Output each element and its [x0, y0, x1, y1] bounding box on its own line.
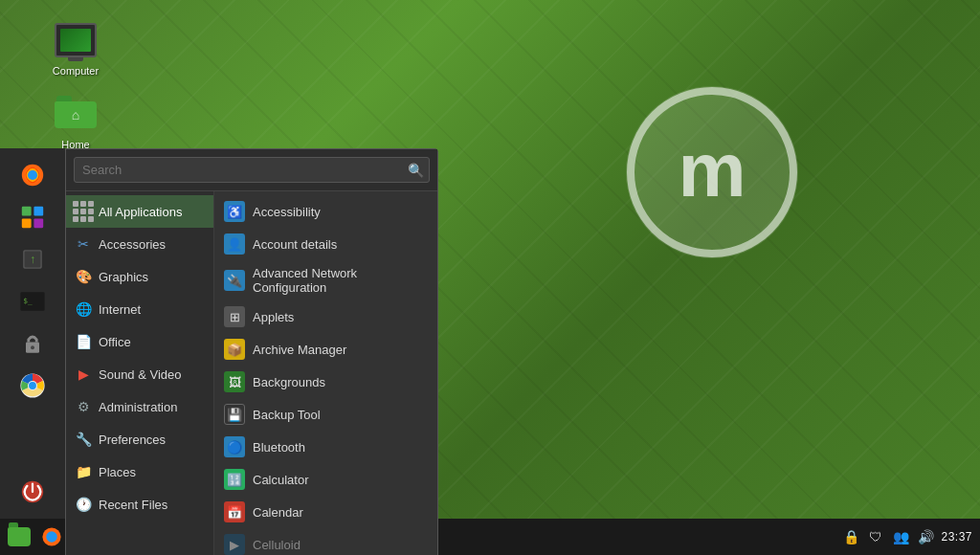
- preferences-icon: 🔧: [74, 430, 93, 449]
- panel-icon-software[interactable]: [13, 198, 52, 236]
- app-backgrounds-label: Backgrounds: [253, 375, 325, 389]
- bluetooth-app-icon: 🔵: [224, 436, 245, 457]
- calculator-app-icon: 🔢: [224, 469, 245, 490]
- accessibility-app-icon: ♿: [224, 201, 245, 222]
- category-administration-label: Administration: [99, 400, 177, 414]
- svg-rect-8: [22, 218, 32, 228]
- svg-text:↑: ↑: [30, 253, 35, 266]
- category-graphics[interactable]: 🎨 Graphics: [66, 260, 213, 293]
- backgrounds-app-icon: 🖼: [224, 371, 245, 392]
- category-all-applications[interactable]: All Applications: [66, 195, 213, 228]
- app-account-details[interactable]: 👤 Account details: [214, 228, 437, 260]
- taskbar-right: 🔒 🛡 👥 🔊 23:37: [834, 527, 980, 546]
- account-details-app-icon: 👤: [224, 233, 245, 255]
- tray-network-icon[interactable]: 🔒: [841, 527, 860, 546]
- category-accessories-label: Accessories: [99, 237, 166, 252]
- accessories-icon: ✂: [74, 234, 93, 254]
- computer-icon-label: Computer: [53, 65, 99, 77]
- category-all-label: All Applications: [99, 205, 182, 219]
- app-account-details-label: Account details: [253, 237, 337, 252]
- calendar-app-icon: 📅: [224, 501, 245, 522]
- taskbar-folder-icon[interactable]: [4, 522, 34, 552]
- category-places-label: Places: [99, 465, 136, 479]
- category-sound-video-label: Sound & Video: [99, 367, 182, 382]
- panel-icon-lock[interactable]: [13, 324, 52, 363]
- app-bluetooth-label: Bluetooth: [253, 440, 305, 455]
- mint-side-panel: ↑ $_: [0, 148, 65, 519]
- app-applets[interactable]: ⊞ Applets: [214, 300, 437, 333]
- category-places[interactable]: 📁 Places: [66, 455, 213, 488]
- desktop-icon-computer[interactable]: Computer: [42, 17, 109, 77]
- applications-panel[interactable]: ♿ Accessibility 👤 Account details 🔌 Adva…: [214, 191, 437, 555]
- app-calculator-label: Calculator: [253, 473, 309, 487]
- category-office-label: Office: [99, 335, 131, 349]
- all-apps-icon: [74, 202, 93, 221]
- applets-app-icon: ⊞: [224, 306, 245, 327]
- celluloid-app-icon: ▶: [224, 534, 245, 555]
- app-backup-tool-label: Backup Tool: [253, 408, 321, 422]
- svg-text:$_: $_: [23, 297, 33, 305]
- administration-icon: ⚙: [74, 397, 93, 416]
- categories-panel: All Applications ✂ Accessories 🎨 Graphic…: [66, 191, 214, 555]
- category-recent-files[interactable]: 🕐 Recent Files: [66, 488, 213, 521]
- category-internet-label: Internet: [99, 302, 141, 317]
- panel-icon-firefox[interactable]: [13, 156, 52, 194]
- app-applets-label: Applets: [253, 310, 294, 324]
- app-calculator[interactable]: 🔢 Calculator: [214, 463, 437, 496]
- svg-text:m: m: [678, 127, 746, 212]
- app-backup-tool[interactable]: 💾 Backup Tool: [214, 398, 437, 431]
- category-internet[interactable]: 🌐 Internet: [66, 293, 213, 325]
- tray-users-icon[interactable]: 👥: [891, 527, 910, 546]
- category-graphics-label: Graphics: [99, 270, 148, 284]
- category-accessories[interactable]: ✂ Accessories: [66, 228, 213, 260]
- desktop-icon-home[interactable]: ⌂ Home: [42, 91, 109, 150]
- app-calendar[interactable]: 📅 Calendar: [214, 496, 437, 528]
- app-backgrounds[interactable]: 🖼 Backgrounds: [214, 366, 437, 398]
- svg-point-5: [28, 170, 37, 180]
- app-celluloid[interactable]: ▶ Celluloid: [214, 528, 437, 555]
- tray-volume-icon[interactable]: 🔊: [916, 527, 935, 546]
- internet-icon: 🌐: [74, 300, 93, 319]
- menu-content: All Applications ✂ Accessories 🎨 Graphic…: [66, 191, 437, 555]
- app-accessibility-label: Accessibility: [253, 205, 321, 219]
- app-archive-manager-label: Archive Manager: [253, 343, 346, 357]
- app-bluetooth[interactable]: 🔵 Bluetooth: [214, 431, 437, 463]
- app-celluloid-label: Celluloid: [253, 538, 301, 552]
- backup-tool-app-icon: 💾: [224, 404, 245, 425]
- panel-icon-terminal[interactable]: $_: [13, 282, 52, 321]
- svg-rect-6: [22, 207, 32, 216]
- svg-rect-7: [33, 207, 43, 216]
- panel-icon-chrome[interactable]: [13, 366, 52, 405]
- recent-files-icon: 🕐: [74, 495, 93, 514]
- sound-video-icon: ▶: [74, 365, 93, 384]
- mint-logo: m: [616, 77, 808, 268]
- places-icon: 📁: [74, 462, 93, 481]
- taskbar-firefox-icon[interactable]: [36, 522, 67, 552]
- app-advanced-network[interactable]: 🔌 Advanced Network Configuration: [214, 260, 437, 300]
- search-container: 🔍: [66, 149, 437, 191]
- search-input[interactable]: [74, 157, 430, 183]
- search-icon[interactable]: 🔍: [408, 163, 424, 178]
- category-administration[interactable]: ⚙ Administration: [66, 390, 213, 423]
- archive-manager-app-icon: 📦: [224, 339, 245, 360]
- office-icon: 📄: [74, 332, 93, 351]
- category-recent-files-label: Recent Files: [99, 498, 167, 512]
- panel-icon-power[interactable]: [13, 473, 52, 511]
- app-accessibility[interactable]: ♿ Accessibility: [214, 195, 437, 228]
- desktop: m Computer ⌂ Home: [0, 0, 980, 555]
- category-office[interactable]: 📄 Office: [66, 325, 213, 358]
- graphics-icon: 🎨: [74, 267, 93, 286]
- tray-shield-icon[interactable]: 🛡: [866, 527, 885, 546]
- category-preferences-label: Preferences: [99, 433, 166, 447]
- application-menu: 🔍 All Applications: [65, 148, 438, 555]
- category-sound-video[interactable]: ▶ Sound & Video: [66, 358, 213, 390]
- svg-point-19: [29, 382, 36, 389]
- svg-point-22: [46, 531, 57, 543]
- advanced-network-app-icon: 🔌: [224, 270, 245, 291]
- panel-icon-update[interactable]: ↑: [13, 240, 52, 278]
- folder-icon-shape: [8, 527, 31, 546]
- svg-point-16: [31, 345, 34, 349]
- app-calendar-label: Calendar: [253, 505, 303, 520]
- category-preferences[interactable]: 🔧 Preferences: [66, 423, 213, 455]
- app-archive-manager[interactable]: 📦 Archive Manager: [214, 333, 437, 366]
